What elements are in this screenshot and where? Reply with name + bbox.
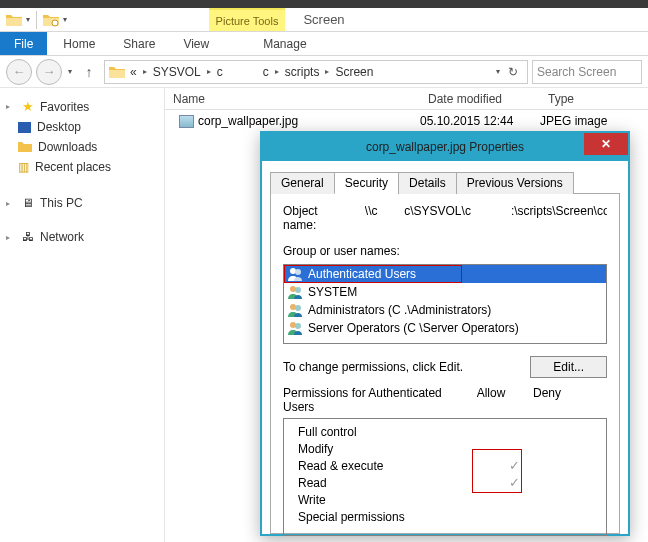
check-icon: ✓ xyxy=(486,458,542,473)
breadcrumb-segment[interactable]: c xyxy=(260,65,272,79)
svg-point-7 xyxy=(290,322,296,328)
sidebar-item-label: This PC xyxy=(40,196,83,210)
file-type: JPEG image xyxy=(540,114,648,128)
permission-row: Read & execute✓ xyxy=(292,457,598,474)
sidebar-item-network[interactable]: ▸ 🖧 Network xyxy=(0,227,164,247)
users-icon xyxy=(288,267,304,281)
allow-header: Allow xyxy=(463,386,519,414)
permissions-for-label: Permissions for Authenticated Users xyxy=(283,386,463,414)
sidebar-item-label: Desktop xyxy=(37,120,81,134)
breadcrumb-segment[interactable]: SYSVOL xyxy=(150,65,204,79)
permission-row: Modify xyxy=(292,440,598,457)
desktop-icon xyxy=(18,122,31,133)
chevron-right-icon: ▸ xyxy=(142,67,148,76)
star-icon: ★ xyxy=(22,99,34,114)
check-icon: ✓ xyxy=(486,475,542,490)
svg-point-5 xyxy=(290,304,296,310)
forward-button[interactable]: → xyxy=(36,59,62,85)
chevron-right-icon: ▸ xyxy=(206,67,212,76)
quick-access-toolbar: ▾ ▾ Picture Tools Screen xyxy=(0,8,648,32)
tab-file[interactable]: File xyxy=(0,32,47,55)
tab-view[interactable]: View xyxy=(169,32,223,55)
column-headers[interactable]: Name Date modified Type xyxy=(165,88,648,110)
close-icon: ✕ xyxy=(601,137,611,151)
sidebar-item-label: Network xyxy=(40,230,84,244)
principal-row[interactable]: Administrators (C .\Administrators) xyxy=(284,301,606,319)
principal-name: Administrators (C .\Administrators) xyxy=(308,303,491,317)
principal-row[interactable]: SYSTEM xyxy=(284,283,606,301)
breadcrumb[interactable]: « ▸ SYSVOL ▸ c c ▸ scripts ▸ Screen ▾ ↻ xyxy=(104,60,528,84)
chevron-right-icon: ▸ xyxy=(274,67,280,76)
sidebar-item-favorites[interactable]: ▸ ★ Favorites xyxy=(0,96,164,117)
change-permissions-text: To change permissions, click Edit. xyxy=(283,360,516,374)
tab-security[interactable]: Security xyxy=(334,172,399,194)
app-titlebar-top xyxy=(0,0,648,8)
search-input[interactable]: Search Screen xyxy=(532,60,642,84)
navigation-bar: ← → ▾ ↑ « ▸ SYSVOL ▸ c c ▸ scripts ▸ Scr… xyxy=(0,56,648,88)
principal-name: SYSTEM xyxy=(308,285,357,299)
chevron-right-icon: ▸ xyxy=(6,102,16,111)
column-date[interactable]: Date modified xyxy=(420,92,540,106)
column-type[interactable]: Type xyxy=(540,92,648,106)
refresh-icon[interactable]: ↻ xyxy=(503,65,523,79)
svg-point-2 xyxy=(295,269,301,275)
file-row[interactable]: corp_wallpaper.jpg 05.10.2015 12:44 JPEG… xyxy=(165,110,648,132)
users-icon xyxy=(288,303,304,317)
svg-point-6 xyxy=(295,305,301,311)
dialog-titlebar[interactable]: corp_wallpaper.jpg Properties ✕ xyxy=(262,133,628,161)
breadcrumb-segment[interactable]: scripts xyxy=(282,65,323,79)
permission-row: Write xyxy=(292,491,598,508)
back-button[interactable]: ← xyxy=(6,59,32,85)
principals-listbox[interactable]: Authenticated Users SYSTEM Administrator… xyxy=(283,264,607,344)
breadcrumb-segment[interactable]: c xyxy=(214,65,226,79)
new-folder-icon[interactable] xyxy=(43,13,59,27)
svg-point-4 xyxy=(295,287,301,293)
svg-point-8 xyxy=(295,323,301,329)
principal-row[interactable]: Server Operators (C \Server Operators) xyxy=(284,319,606,337)
contextual-tab-label: Picture Tools xyxy=(209,8,285,31)
sidebar-item-thispc[interactable]: ▸ 🖥 This PC xyxy=(0,193,164,213)
deny-header: Deny xyxy=(519,386,575,414)
properties-dialog: corp_wallpaper.jpg Properties ✕ General … xyxy=(260,131,630,536)
chevron-right-icon: ▸ xyxy=(324,67,330,76)
downloads-icon xyxy=(18,141,32,153)
qat-customize-icon[interactable]: ▾ xyxy=(63,15,67,24)
qat-properties-icon[interactable]: ▾ xyxy=(26,15,30,24)
group-users-label: Group or user names: xyxy=(283,244,607,258)
sidebar-item-desktop[interactable]: Desktop xyxy=(0,117,164,137)
sidebar-item-label: Recent places xyxy=(35,160,111,174)
window-title: Screen xyxy=(303,12,344,27)
edit-button[interactable]: Edit... xyxy=(530,356,607,378)
sidebar-item-recent[interactable]: ▥ Recent places xyxy=(0,157,164,177)
tab-home[interactable]: Home xyxy=(49,32,109,55)
column-name[interactable]: Name xyxy=(165,92,420,106)
folder-icon xyxy=(6,13,22,27)
tab-previous-versions[interactable]: Previous Versions xyxy=(456,172,574,194)
svg-point-1 xyxy=(290,268,296,274)
tab-manage[interactable]: Manage xyxy=(249,32,320,55)
dialog-title: corp_wallpaper.jpg Properties xyxy=(366,140,524,154)
sidebar-item-label: Favorites xyxy=(40,100,89,114)
tab-share[interactable]: Share xyxy=(109,32,169,55)
sidebar-item-label: Downloads xyxy=(38,140,97,154)
file-list-pane: Name Date modified Type corp_wallpaper.j… xyxy=(165,88,648,542)
svg-point-3 xyxy=(290,286,296,292)
breadcrumb-overflow[interactable]: « xyxy=(127,65,140,79)
permission-row: Full control xyxy=(292,423,598,440)
tab-general[interactable]: General xyxy=(270,172,335,194)
chevron-down-icon[interactable]: ▾ xyxy=(495,67,501,76)
image-file-icon xyxy=(179,115,194,128)
dialog-tabs: General Security Details Previous Versio… xyxy=(270,171,620,194)
users-icon xyxy=(288,285,304,299)
breadcrumb-segment[interactable]: Screen xyxy=(332,65,376,79)
folder-icon xyxy=(109,65,125,79)
chevron-right-icon: ▸ xyxy=(6,199,16,208)
history-dropdown-icon[interactable]: ▾ xyxy=(66,67,74,76)
tab-details[interactable]: Details xyxy=(398,172,457,194)
close-button[interactable]: ✕ xyxy=(584,133,628,155)
object-name-value: \\c c\SYSVOL\c :\scripts\Screen\corp_w xyxy=(365,204,607,232)
object-name-label: Object name: xyxy=(283,204,347,232)
principal-row[interactable]: Authenticated Users xyxy=(284,265,606,283)
up-button[interactable]: ↑ xyxy=(78,61,100,83)
sidebar-item-downloads[interactable]: Downloads xyxy=(0,137,164,157)
